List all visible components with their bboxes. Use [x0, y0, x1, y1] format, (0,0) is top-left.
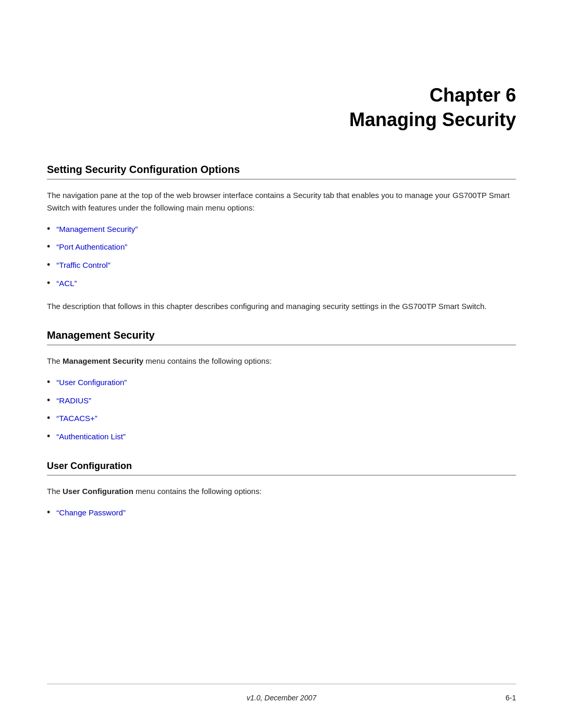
- page-container: Chapter 6Managing Security Setting Secur…: [0, 0, 563, 728]
- section-heading-management-security: Management Security: [47, 329, 516, 346]
- traffic-control-link[interactable]: “Traffic Control”: [56, 259, 110, 272]
- setting-security-list: “Management Security” “Port Authenticati…: [47, 221, 516, 291]
- change-password-link[interactable]: “Change Password”: [56, 507, 126, 519]
- user-configuration-bold: User Configuration: [63, 487, 133, 496]
- list-item: “ACL”: [47, 276, 516, 291]
- footer-page-number: 6-1: [360, 694, 516, 702]
- management-security-link[interactable]: “Management Security”: [56, 223, 138, 236]
- user-configuration-intro: The User Configuration menu contains the…: [47, 485, 516, 498]
- chapter-title: Chapter 6Managing Security: [47, 83, 516, 132]
- acl-link[interactable]: “ACL”: [56, 277, 77, 290]
- list-item: “User Configuration”: [47, 375, 516, 390]
- section-heading-user-configuration: User Configuration: [47, 461, 516, 476]
- content-area: Setting Security Configuration Options T…: [47, 164, 516, 728]
- setting-security-footer: The description that follows in this cha…: [47, 300, 516, 313]
- list-item: “Change Password”: [47, 505, 516, 520]
- list-item: “Port Authentication”: [47, 239, 516, 254]
- radius-link[interactable]: “RADIUS”: [56, 394, 91, 407]
- list-item: “Traffic Control”: [47, 257, 516, 273]
- user-configuration-intro-suffix: menu contains the following options:: [133, 487, 262, 496]
- section-user-configuration: User Configuration The User Configuratio…: [47, 461, 516, 520]
- port-authentication-link[interactable]: “Port Authentication”: [56, 241, 127, 253]
- section-heading-setting-security: Setting Security Configuration Options: [47, 164, 516, 180]
- list-item: “Authentication List”: [47, 429, 516, 444]
- tacacs-link[interactable]: “TACACS+”: [56, 412, 97, 425]
- footer-version: v1.0, December 2007: [203, 694, 360, 702]
- page-footer: v1.0, December 2007 6-1: [47, 684, 516, 707]
- list-item: “RADIUS”: [47, 393, 516, 408]
- setting-security-intro: The navigation pane at the top of the we…: [47, 189, 516, 214]
- list-item: “Management Security”: [47, 221, 516, 237]
- management-security-bold: Management Security: [63, 356, 143, 365]
- authentication-list-link[interactable]: “Authentication List”: [56, 430, 126, 443]
- chapter-header: Chapter 6Managing Security: [47, 0, 516, 164]
- management-security-list: “User Configuration” “RADIUS” “TACACS+” …: [47, 375, 516, 444]
- management-security-intro-suffix: menu contains the following options:: [143, 356, 272, 365]
- list-item: “TACACS+”: [47, 411, 516, 426]
- section-management-security: Management Security The Management Secur…: [47, 329, 516, 444]
- user-configuration-link[interactable]: “User Configuration”: [56, 376, 127, 389]
- section-setting-security: Setting Security Configuration Options T…: [47, 164, 516, 313]
- management-security-intro: The Management Security menu contains th…: [47, 355, 516, 367]
- user-configuration-list: “Change Password”: [47, 505, 516, 520]
